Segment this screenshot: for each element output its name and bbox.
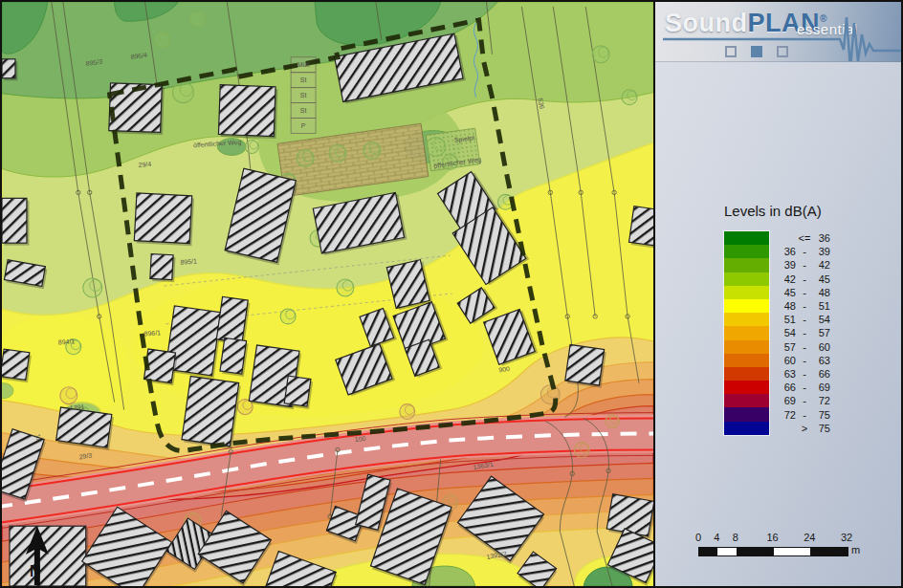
logo-square-1 [725,46,737,57]
tree-icon [280,309,296,324]
scale-unit: m [851,544,860,555]
building [55,407,114,450]
logo-square-2 [751,46,762,57]
building [2,198,29,245]
tree-icon [592,46,609,63]
noise-legend: Levels in dB(A) <=3636-3939-4242-4545-48… [724,203,830,435]
legend-swatch [724,394,769,407]
tree-icon [189,11,205,27]
legend-row: 72-75 [775,407,830,421]
legend-swatch [724,326,769,339]
building [218,85,277,139]
legend-swatch [724,340,769,354]
legend-row: <=36 [775,231,830,245]
legend-swatch [724,286,769,299]
building [2,59,17,80]
tree-icon [155,33,170,48]
legend-swatch [724,231,769,245]
tree-icon [427,138,446,157]
legend-row: >75 [775,422,830,435]
legend-row: 66-69 [775,381,830,394]
map-label: 29/4 [138,161,151,168]
map-label: Müll [297,61,310,68]
map-label: P [301,122,306,129]
scale-tick-label: 32 [841,532,852,543]
tree-icon [245,141,258,154]
legend-row: 69-72 [775,394,830,407]
map-label: St [300,92,307,98]
legend-swatch [724,272,769,286]
legend-swatch [724,367,769,381]
tree-icon-tan [400,404,415,420]
legend-row: 57-60 [775,340,830,354]
building [564,345,606,388]
scale-tick-label: 4 [714,532,719,543]
scale-bar-segments [698,547,848,556]
tree-icon-tan [574,442,589,457]
legend-row: 63-66 [775,367,830,381]
tree-icon [337,279,354,296]
scale-tick-label: 16 [766,532,778,543]
building [134,193,194,246]
building [284,376,314,409]
legend-swatch [724,407,769,421]
tree-icon-tan [237,400,253,415]
scale-tick-label: 0 [695,532,701,543]
legend-row: 54-57 [775,326,830,339]
legend-row: 42-45 [775,272,830,286]
legend-swatch [724,245,769,258]
side-panel: SoundPLAN® essential Levels in dB(A) <=3… [653,2,901,586]
map-label: 1391 [70,403,85,411]
tree-icon [172,82,193,103]
map-label: St [300,107,307,114]
tree-icon [363,142,381,160]
legend-swatch [724,422,769,435]
logo-square-3 [777,46,788,57]
tree-icon-tan [60,387,77,404]
tree-icon [329,145,346,163]
legend-row: 45-48 [775,286,830,299]
tree-icon [83,278,102,297]
tree-icon-tan [606,415,619,428]
scale-tick-label: 24 [804,532,815,543]
map-label: St [300,76,307,83]
legend-swatch [724,299,769,313]
north-label: N [30,563,41,579]
legend-row: 51-54 [775,313,830,326]
legend-row: 48-51 [775,299,830,313]
building [220,338,249,377]
brand-sound: Sound [665,9,747,37]
building [182,376,241,448]
legend-row: 60-63 [775,354,830,367]
legend-row: 36-39 [775,245,830,258]
noise-map-canvas[interactable]: 895/3896/429/4öffentlicher WegSpielpl.öf… [2,2,653,586]
tree-icon [622,90,637,105]
building [150,254,176,283]
legend-color-bar [724,231,769,435]
legend-title: Levels in dB(A) [724,203,830,219]
legend-row: 39-42 [775,258,830,272]
soundplan-logo: SoundPLAN® essential [655,2,901,62]
brand-product: essential [797,21,858,37]
legend-swatch [724,258,769,272]
tree-icon [297,149,314,166]
building [10,526,88,586]
map-label: 100 [354,435,365,443]
legend-labels: <=3636-3939-4242-4545-4848-5151-5454-575… [775,231,830,435]
legend-swatch [724,313,769,326]
legend-swatch [724,381,769,394]
building [2,349,32,382]
noise-map[interactable]: 895/3896/429/4öffentlicher WegSpielpl.öf… [2,2,653,586]
soundplan-result-window: 895/3896/429/4öffentlicher WegSpielpl.öf… [0,0,903,588]
legend-swatch [724,354,769,367]
scale-tick-label: 8 [733,532,738,543]
